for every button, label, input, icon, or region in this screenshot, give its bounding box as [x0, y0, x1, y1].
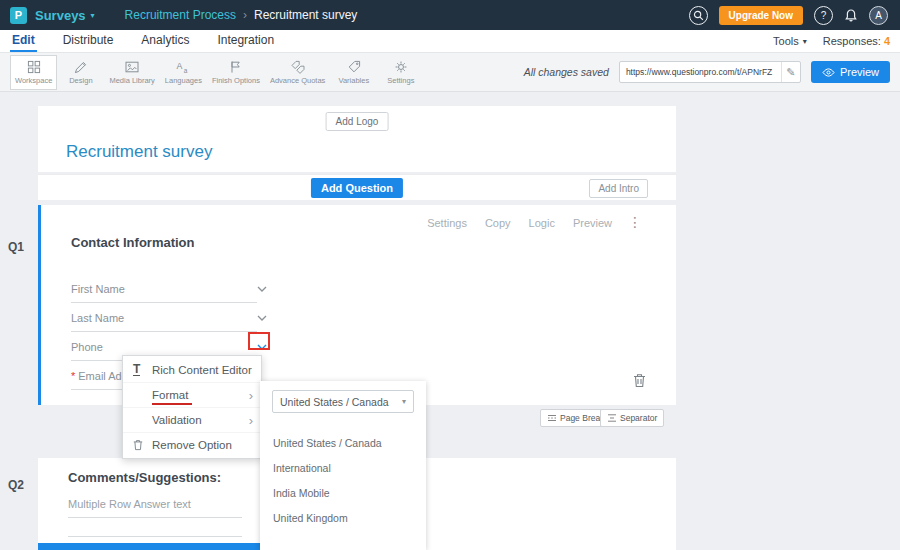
field-row-last-name: Last Name: [71, 306, 271, 335]
topbar-actions: Upgrade Now ? A: [689, 6, 888, 25]
brand-logo[interactable]: P: [10, 7, 27, 24]
toolbar-item-design[interactable]: Design: [57, 55, 104, 90]
delete-question-button[interactable]: [633, 373, 646, 388]
edit-url-button[interactable]: ✎: [781, 62, 800, 82]
question-logic-button[interactable]: Logic: [529, 217, 555, 229]
selected-question-bar: [38, 543, 260, 550]
separator-icon: [607, 413, 617, 423]
caret-down-icon: ▾: [402, 397, 406, 406]
question-title[interactable]: Comments/Suggestions:: [68, 470, 221, 485]
annotation-highlight-box: [248, 332, 270, 350]
workspace-icon: [26, 59, 42, 75]
format-submenu: United States / Canada ▾ United States /…: [260, 381, 426, 550]
submenu-arrow-icon: ›: [249, 389, 253, 402]
toolbar-item-variables[interactable]: Variables: [330, 55, 377, 90]
tab-edit[interactable]: Edit: [10, 30, 37, 52]
survey-header-card: Add Logo Recruitment survey: [38, 106, 676, 172]
annotation-underline: [152, 403, 192, 406]
toolbar-label: Workspace: [15, 76, 52, 85]
toolbar-item-settings[interactable]: Settings: [377, 55, 424, 90]
svg-text:A: A: [177, 61, 183, 71]
format-option-us-canada[interactable]: United States / Canada: [260, 431, 426, 456]
format-option-india-mobile[interactable]: India Mobile: [260, 481, 426, 506]
avatar[interactable]: A: [869, 6, 888, 25]
format-option-united-kingdom[interactable]: United Kingdom: [260, 506, 426, 531]
search-icon: [693, 10, 704, 21]
chevron-down-icon: [257, 286, 267, 292]
languages-icon: Aa: [175, 59, 191, 75]
separator-button[interactable]: Separator: [600, 409, 664, 427]
field-underline: [71, 331, 257, 332]
field-options-dropdown[interactable]: [255, 311, 269, 325]
breadcrumb-parent[interactable]: Recruitment Process: [125, 8, 236, 22]
chevron-down-icon: [257, 315, 267, 321]
menu-item-label: Format: [152, 389, 188, 401]
navbar-right: Tools ▾ Responses:4: [773, 30, 890, 52]
field-underline: [71, 302, 257, 303]
question-settings-button[interactable]: Settings: [427, 217, 467, 229]
question-copy-button[interactable]: Copy: [485, 217, 511, 229]
settings-gear-icon: [393, 59, 409, 75]
survey-url-input[interactable]: [619, 61, 801, 83]
menu-item-format[interactable]: Format ›: [123, 382, 261, 407]
responses-link[interactable]: Responses:4: [823, 35, 890, 47]
svg-text:a: a: [184, 67, 188, 74]
add-question-button[interactable]: Add Question: [311, 178, 403, 198]
multirow-answer-placeholder[interactable]: Multiple Row Answer text: [68, 498, 242, 518]
search-button[interactable]: [689, 6, 708, 25]
phone-format-select[interactable]: United States / Canada ▾: [272, 390, 414, 413]
tab-distribute[interactable]: Distribute: [61, 30, 116, 52]
caret-down-icon: ▾: [803, 37, 807, 46]
menu-item-remove-option[interactable]: Remove Option: [123, 432, 261, 457]
selected-format-value: United States / Canada: [280, 396, 389, 408]
breadcrumb: Recruitment Process › Recruitment survey: [125, 8, 358, 22]
menu-item-validation[interactable]: Validation ›: [123, 407, 261, 432]
tools-menu[interactable]: Tools ▾: [773, 35, 807, 47]
toolbar-label: Settings: [387, 76, 414, 85]
add-logo-button[interactable]: Add Logo: [326, 112, 389, 131]
toolbar-item-media-library[interactable]: Media Library: [104, 55, 159, 90]
upgrade-now-button[interactable]: Upgrade Now: [719, 6, 803, 25]
separator-label: Separator: [620, 413, 657, 423]
question-preview-button[interactable]: Preview: [573, 217, 612, 229]
save-status: All changes saved: [524, 66, 609, 78]
notifications-button[interactable]: [844, 8, 858, 22]
more-options-button[interactable]: ⋮: [628, 214, 642, 230]
toolbar-item-workspace[interactable]: Workspace: [10, 55, 57, 90]
toolbar-item-languages[interactable]: Aa Languages: [160, 55, 207, 90]
field-label[interactable]: First Name: [71, 283, 125, 295]
field-label[interactable]: Last Name: [71, 312, 124, 324]
editor-toolbar: Workspace Design Media Library Aa Langua…: [0, 53, 900, 92]
eye-icon: [822, 68, 835, 77]
breadcrumb-separator: ›: [243, 8, 247, 22]
menu-item-label: Rich Content Editor: [152, 364, 252, 376]
rich-text-icon: T: [133, 363, 152, 377]
field-label[interactable]: Phone: [71, 341, 103, 353]
design-icon: [73, 59, 89, 75]
format-option-international[interactable]: International: [260, 456, 426, 481]
finish-options-icon: [228, 59, 244, 75]
toolbar-item-advance-quotas[interactable]: Advance Quotas: [265, 55, 330, 90]
answer-line: [68, 536, 242, 537]
menu-item-label: Validation: [152, 414, 202, 426]
add-intro-button[interactable]: Add Intro: [589, 179, 648, 198]
tools-label: Tools: [773, 35, 799, 47]
caret-down-icon: ▾: [91, 11, 95, 20]
submenu-arrow-icon: ›: [249, 414, 253, 427]
toolbar-label: Design: [69, 76, 92, 85]
field-options-dropdown[interactable]: [255, 282, 269, 296]
advance-quotas-icon: [290, 59, 306, 75]
survey-title[interactable]: Recruitment survey: [66, 142, 212, 162]
page-break-label: Page Break: [560, 413, 604, 423]
preview-button[interactable]: Preview: [811, 61, 890, 83]
question-title[interactable]: Contact Information: [71, 235, 195, 250]
tab-analytics[interactable]: Analytics: [139, 30, 191, 52]
variables-icon: [346, 59, 362, 75]
toolbar-item-finish-options[interactable]: Finish Options: [207, 55, 265, 90]
field-context-menu: T Rich Content Editor Format › Validatio…: [122, 355, 262, 459]
tab-integration[interactable]: Integration: [215, 30, 276, 52]
product-menu[interactable]: Surveys ▾: [35, 8, 95, 23]
menu-item-rich-content-editor[interactable]: T Rich Content Editor: [123, 357, 261, 382]
help-button[interactable]: ?: [814, 6, 833, 25]
question-number-q1: Q1: [8, 240, 24, 254]
